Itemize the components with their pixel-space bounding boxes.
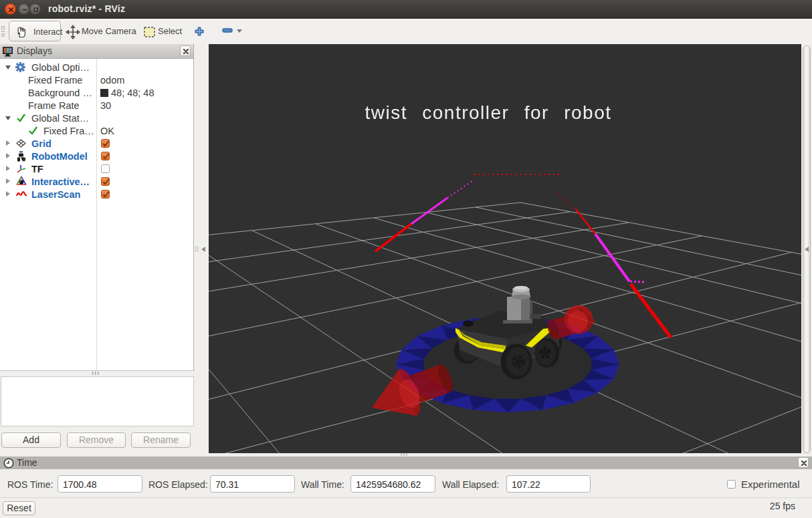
svg-text:twist controller for robot: twist controller for robot bbox=[365, 102, 612, 123]
